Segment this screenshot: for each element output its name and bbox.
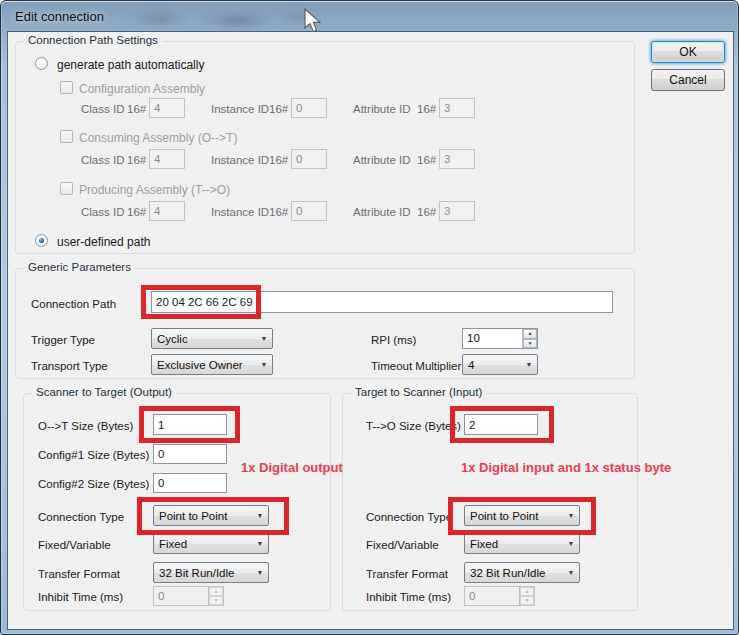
user-defined-path-label: user-defined path xyxy=(57,235,150,249)
edit-connection-dialog: Edit connection OK Cancel Connection Pat… xyxy=(0,0,739,635)
connection-type-label: Connection Type xyxy=(366,510,452,524)
inhibit-time-value: 0 xyxy=(154,587,208,605)
input-connection-type-dropdown[interactable]: Point to Point ▼ xyxy=(464,505,580,526)
fixed-variable-value: Fixed xyxy=(154,538,252,550)
connection-path-label: Connection Path xyxy=(31,297,116,311)
attribute-id-input[interactable] xyxy=(439,98,475,118)
configuration-assembly-label: Configuration Assembly xyxy=(79,82,205,96)
output-fixed-variable-dropdown[interactable]: Fixed ▼ xyxy=(153,533,269,554)
ok-button[interactable]: OK xyxy=(651,41,725,63)
inhibit-time-label: Inhibit Time (ms) xyxy=(366,590,451,604)
trigger-type-value: Cyclic xyxy=(152,333,256,345)
transport-type-label: Transport Type xyxy=(31,359,108,373)
attribute-id-input[interactable] xyxy=(439,201,475,221)
instance-id-label: Instance ID xyxy=(211,153,269,167)
instance-id-input[interactable] xyxy=(291,201,327,221)
ot-size-input[interactable] xyxy=(153,414,227,435)
input-annotation: 1x Digital input and 1x status byte xyxy=(461,460,671,475)
class-id-label: Class ID xyxy=(81,205,124,219)
input-transfer-format-dropdown[interactable]: 32 Bit Run/Idle ▼ xyxy=(464,562,580,583)
chevron-down-icon: ▼ xyxy=(252,569,268,576)
spinner-up-icon[interactable]: ▲ xyxy=(523,329,537,339)
chevron-down-icon: ▼ xyxy=(563,569,579,576)
user-defined-path-radio[interactable] xyxy=(35,234,48,247)
config1-size-input[interactable] xyxy=(153,444,227,464)
rpi-stepper[interactable]: 10 ▲ ▼ xyxy=(462,328,538,349)
fixed-variable-label: Fixed/Variable xyxy=(38,538,111,552)
chevron-down-icon: ▼ xyxy=(256,361,272,368)
inhibit-time-label: Inhibit Time (ms) xyxy=(38,590,123,604)
instance-id-input[interactable] xyxy=(291,98,327,118)
ot-size-label: O-->T Size (Bytes) xyxy=(38,419,133,433)
producing-assembly-checkbox[interactable] xyxy=(60,182,73,195)
transport-type-dropdown[interactable]: Exclusive Owner ▼ xyxy=(151,354,273,375)
class-id-input[interactable] xyxy=(149,149,185,169)
cancel-button[interactable]: Cancel xyxy=(651,69,725,91)
hex-prefix-label: 16# xyxy=(269,102,288,116)
instance-id-input[interactable] xyxy=(291,149,327,169)
attribute-id-label: Attribute ID xyxy=(353,205,411,219)
chevron-down-icon: ▼ xyxy=(521,361,537,368)
attribute-id-label: Attribute ID xyxy=(353,153,411,167)
chevron-down-icon: ▼ xyxy=(256,335,272,342)
instance-id-label: Instance ID xyxy=(211,102,269,116)
chevron-down-icon: ▼ xyxy=(252,540,268,547)
spinner-up-icon: ▲ xyxy=(520,587,534,596)
output-transfer-format-dropdown[interactable]: 32 Bit Run/Idle ▼ xyxy=(153,562,269,583)
inhibit-time-value: 0 xyxy=(465,587,519,605)
config2-size-label: Config#2 Size (Bytes) xyxy=(38,477,149,491)
hex-prefix-label: 16# xyxy=(127,102,146,116)
window-title: Edit connection xyxy=(15,9,104,24)
class-id-label: Class ID xyxy=(81,153,124,167)
generic-parameters-group: Generic Parameters xyxy=(15,268,635,379)
hex-prefix-label: 16# xyxy=(269,153,288,167)
hex-prefix-label: 16# xyxy=(269,205,288,219)
timeout-multiplier-value: 4 xyxy=(463,359,521,371)
group-title: Generic Parameters xyxy=(24,261,135,273)
title-bar[interactable]: Edit connection xyxy=(1,1,738,31)
group-title: Target to Scanner (Input) xyxy=(351,386,486,398)
fixed-variable-value: Fixed xyxy=(465,538,563,550)
hex-prefix-label: 16# xyxy=(417,102,436,116)
to-size-label: T-->O Size (Bytes) xyxy=(366,419,461,433)
class-id-input[interactable] xyxy=(149,201,185,221)
transfer-format-value: 32 Bit Run/Idle xyxy=(465,567,563,579)
connection-path-input[interactable] xyxy=(151,291,613,313)
timeout-multiplier-dropdown[interactable]: 4 ▼ xyxy=(462,354,538,375)
fixed-variable-label: Fixed/Variable xyxy=(366,538,439,552)
config1-size-label: Config#1 Size (Bytes) xyxy=(38,448,149,462)
connection-path-settings-group: Connection Path Settings xyxy=(15,41,635,254)
output-annotation: 1x Digital output xyxy=(241,460,343,475)
attribute-id-label: Attribute ID xyxy=(353,102,411,116)
input-fixed-variable-dropdown[interactable]: Fixed ▼ xyxy=(464,533,580,554)
spinner-down-icon: ▼ xyxy=(209,596,223,605)
consuming-assembly-label: Consuming Assembly (O-->T) xyxy=(79,131,237,145)
chevron-down-icon: ▼ xyxy=(563,512,579,519)
group-title: Scanner to Target (Output) xyxy=(32,386,176,398)
class-id-label: Class ID xyxy=(81,102,124,116)
chevron-down-icon: ▼ xyxy=(252,512,268,519)
class-id-input[interactable] xyxy=(149,98,185,118)
trigger-type-dropdown[interactable]: Cyclic ▼ xyxy=(151,328,273,349)
config2-size-input[interactable] xyxy=(153,473,227,493)
transport-type-value: Exclusive Owner xyxy=(152,359,256,371)
producing-assembly-label: Producing Assembly (T-->O) xyxy=(79,183,230,197)
generate-path-automatically-label: generate path automatically xyxy=(57,58,204,72)
hex-prefix-label: 16# xyxy=(127,153,146,167)
configuration-assembly-checkbox[interactable] xyxy=(60,81,73,94)
chevron-down-icon: ▼ xyxy=(563,540,579,547)
output-connection-type-dropdown[interactable]: Point to Point ▼ xyxy=(153,505,269,526)
trigger-type-label: Trigger Type xyxy=(31,333,95,347)
timeout-multiplier-label: Timeout Multiplier xyxy=(371,359,461,373)
generate-path-automatically-radio[interactable] xyxy=(35,57,48,70)
spinner-down-icon[interactable]: ▼ xyxy=(523,339,537,349)
to-size-input[interactable] xyxy=(464,414,538,435)
hex-prefix-label: 16# xyxy=(417,153,436,167)
blurred-watermark xyxy=(113,6,333,29)
hex-prefix-label: 16# xyxy=(417,205,436,219)
transfer-format-label: Transfer Format xyxy=(366,567,448,581)
consuming-assembly-checkbox[interactable] xyxy=(60,130,73,143)
input-inhibit-time-stepper: 0 ▲ ▼ xyxy=(464,586,535,606)
spinner-up-icon: ▲ xyxy=(209,587,223,596)
attribute-id-input[interactable] xyxy=(439,149,475,169)
